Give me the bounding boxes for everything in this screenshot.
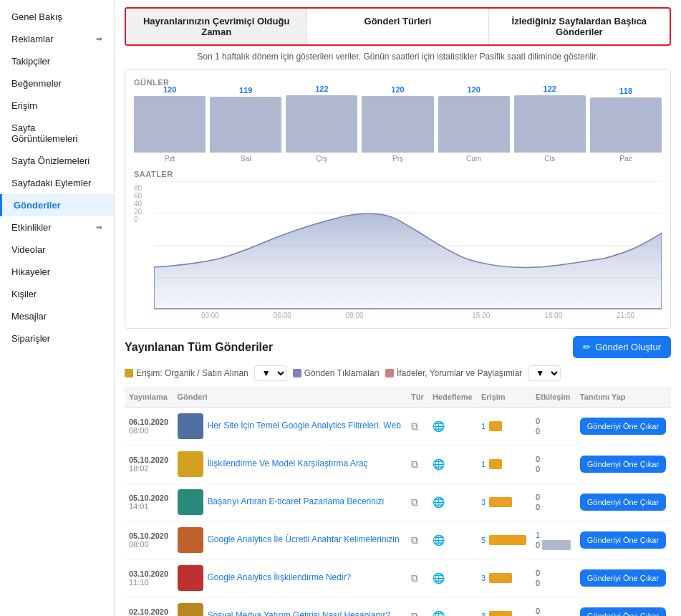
cell-date: 06.10.2020 08:00 bbox=[125, 408, 173, 446]
y-axis-labels: 80 60 40 20 0 bbox=[134, 181, 151, 226]
cell-reach: 3 bbox=[477, 483, 531, 521]
reach-value: 3 bbox=[481, 574, 486, 582]
col-hedefleme: Hedefleme bbox=[428, 387, 477, 408]
cell-post: Sosyal Medya Yatırım Getirisi Nasıl Hesa… bbox=[173, 597, 407, 617]
tab-hayranlar[interactable]: Hayranlarınızın Çevrimiçi Olduğu Zaman bbox=[126, 9, 307, 44]
area-chart-label: SAATLER bbox=[134, 170, 662, 178]
post-thumbnail bbox=[178, 413, 203, 439]
sidebar-item-mesajlar[interactable]: Mesajlar bbox=[0, 305, 114, 327]
reach-value: 3 bbox=[481, 498, 486, 506]
chart-section: GÜNLER 120 Pzt 119 Sal 122 Çrş 120 Prş 1… bbox=[125, 69, 671, 329]
bar-day-label: Cts bbox=[544, 155, 555, 163]
cell-type: ⧉ bbox=[407, 521, 428, 559]
sidebar-item-sayfa-goruntulemeleri[interactable]: Sayfa Görüntülemeleri bbox=[0, 117, 114, 150]
reach-bar bbox=[489, 573, 512, 583]
post-type-icon: ⧉ bbox=[411, 420, 418, 432]
posts-table: Yayınlama Gönderi Tür Hedefleme Erişim E… bbox=[125, 387, 671, 616]
post-title[interactable]: Google Analytics İlişkilendirme Nedir? bbox=[208, 572, 352, 584]
table-row: 05.10.2020 14:01 Başarıyı Artıran E-tica… bbox=[125, 483, 671, 521]
cell-reach: 1 bbox=[477, 408, 531, 446]
sidebar-item-begenmeler[interactable]: Beğenmeler bbox=[0, 72, 114, 95]
bar-value: 122 bbox=[315, 85, 328, 93]
post-title-cell: Her Site İçin Temel Google Analytics Fil… bbox=[178, 413, 402, 439]
promote-button[interactable]: Gönderiyi Öne Çıkar bbox=[580, 531, 666, 549]
bar-value: 120 bbox=[467, 85, 480, 94]
cell-reach: 5 bbox=[477, 521, 531, 559]
sidebar-item-genel-bakis[interactable]: Genel Bakış bbox=[0, 6, 114, 28]
sidebar-item-sayfa-onizlemeleri[interactable]: Sayfa Önizlemeleri bbox=[0, 150, 114, 172]
sidebar-item-gonderiler[interactable]: Gönderiler bbox=[0, 194, 114, 216]
sidebar: Genel Bakış Reklamlar ➡ Takipçiler Beğen… bbox=[0, 0, 115, 616]
col-erisim: Erişim bbox=[477, 387, 531, 408]
bar-day-label: Çrş bbox=[317, 155, 328, 163]
table-header-row: Yayınlama Gönderi Tür Hedefleme Erişim E… bbox=[125, 387, 671, 408]
main-content: Hayranlarınızın Çevrimiçi Olduğu Zaman G… bbox=[115, 0, 681, 616]
post-thumbnail bbox=[178, 527, 203, 553]
col-tur: Tür bbox=[407, 387, 428, 408]
col-etkilesim: Etkileşim bbox=[531, 387, 576, 408]
promote-button[interactable]: Gönderiyi Öne Çıkar bbox=[580, 569, 666, 587]
promote-button[interactable]: Gönderiyi Öne Çıkar bbox=[580, 418, 666, 435]
posts-section: Yayınlanan Tüm Gönderiler ✏ Gönderi Oluş… bbox=[125, 336, 671, 616]
cell-engagement: 00 bbox=[531, 483, 576, 521]
filter-color-reactions bbox=[385, 369, 394, 377]
info-text: Son 1 haftalık dönem için gösterilen ver… bbox=[125, 52, 671, 62]
post-title-cell: Sosyal Medya Yatırım Getirisi Nasıl Hesa… bbox=[178, 603, 402, 616]
cell-promote: Gönderiyi Öne Çıkar bbox=[576, 597, 671, 617]
bar-group-sal: 119 Sal bbox=[210, 86, 281, 163]
post-title-cell: Başarıyı Artıran E-ticaret Pazarlama Bec… bbox=[178, 489, 402, 515]
tab-izlediginiz-sayfalar[interactable]: İzlediğiniz Sayfalardan Başlıca Gönderil… bbox=[489, 9, 670, 44]
reach-bar bbox=[489, 535, 526, 545]
sidebar-item-reklamlar[interactable]: Reklamlar ➡ bbox=[0, 28, 114, 50]
promote-button[interactable]: Gönderiyi Öne Çıkar bbox=[580, 494, 666, 511]
table-row: 06.10.2020 08:00 Her Site İçin Temel Goo… bbox=[125, 408, 671, 446]
arrow-icon: ➡ bbox=[96, 34, 102, 44]
top-tabs: Hayranlarınızın Çevrimiçi Olduğu Zaman G… bbox=[125, 7, 671, 46]
post-thumbnail bbox=[178, 489, 203, 515]
col-tanitim: Tanıtımı Yap bbox=[576, 387, 671, 408]
sidebar-item-hikayeler[interactable]: Hikayeler bbox=[0, 261, 114, 283]
filter-dropdown-organic[interactable]: ▼ bbox=[254, 365, 287, 381]
post-title[interactable]: Başarıyı Artıran E-ticaret Pazarlama Bec… bbox=[208, 496, 385, 508]
tab-gonderi-turleri[interactable]: Gönderi Türleri bbox=[307, 9, 488, 44]
post-date: 05.10.2020 18:02 bbox=[129, 456, 169, 473]
cell-post: İlişkilendirme Ve Model Karşılaştırma Ar… bbox=[173, 446, 407, 483]
create-post-button[interactable]: ✏ Gönderi Oluştur bbox=[573, 336, 671, 358]
sidebar-item-etkinlikler[interactable]: Etkinlikler ➡ bbox=[0, 216, 114, 239]
sidebar-item-videolar[interactable]: Videolar bbox=[0, 239, 114, 261]
filter-dropdown-reactions[interactable]: ▼ bbox=[528, 365, 561, 381]
sidebar-item-sayfadaki-eylemler[interactable]: Sayfadaki Eylemler bbox=[0, 172, 114, 194]
cell-type: ⧉ bbox=[407, 597, 428, 617]
post-title[interactable]: Her Site İçin Temel Google Analytics Fil… bbox=[208, 420, 401, 432]
promote-button[interactable]: Gönderiyi Öne Çıkar bbox=[580, 456, 666, 473]
post-title-cell: Google Analytics İlişkilendirme Nedir? bbox=[178, 565, 402, 591]
bar-rect bbox=[134, 96, 206, 153]
sidebar-item-erisim[interactable]: Erişim bbox=[0, 95, 114, 117]
bar-day-label: Pzt bbox=[165, 155, 175, 163]
cell-post: Google Analytics İlişkilendirme Nedir? bbox=[173, 559, 407, 597]
x-axis-labels: 03:00 06:00 09:00 15:00 18:00 21:00 bbox=[154, 312, 662, 319]
cell-type: ⧉ bbox=[407, 446, 428, 483]
cell-type: ⧉ bbox=[407, 559, 428, 597]
filter-badge-clicks: Gönderi Tıklamaları bbox=[293, 368, 380, 378]
reach-bar bbox=[489, 459, 502, 469]
bar-rect bbox=[438, 96, 510, 153]
bar-group-cts: 122 Cts bbox=[514, 85, 586, 163]
post-title[interactable]: Google Analytics İle Ücretli Anahtar Kel… bbox=[208, 534, 400, 546]
post-title[interactable]: İlişkilendirme Ve Model Karşılaştırma Ar… bbox=[208, 458, 368, 470]
cell-promote: Gönderiyi Öne Çıkar bbox=[576, 483, 671, 521]
arrow-icon-2: ➡ bbox=[96, 223, 102, 232]
filter-bar: Erişim: Organik / Satın Alınan ▼ Gönderi… bbox=[125, 365, 671, 381]
sidebar-item-takipciler[interactable]: Takipçiler bbox=[0, 50, 114, 72]
bar-group-prş: 120 Prş bbox=[362, 85, 433, 163]
sidebar-item-kisiler[interactable]: Kişiler bbox=[0, 283, 114, 305]
posts-title: Yayınlanan Tüm Gönderiler bbox=[125, 341, 273, 354]
cell-targeting: 🌐 bbox=[428, 597, 477, 617]
post-date: 06.10.2020 08:00 bbox=[129, 418, 169, 435]
bar-day-label: Sal bbox=[241, 155, 251, 163]
filter-color-organic bbox=[125, 369, 133, 377]
bar-rect bbox=[286, 95, 357, 153]
post-title[interactable]: Sosyal Medya Yatırım Getirisi Nasıl Hesa… bbox=[208, 610, 391, 616]
sidebar-item-siparisler[interactable]: Siparişler bbox=[0, 327, 114, 350]
promote-button[interactable]: Gönderiyi Öne Çıkar bbox=[580, 607, 666, 616]
